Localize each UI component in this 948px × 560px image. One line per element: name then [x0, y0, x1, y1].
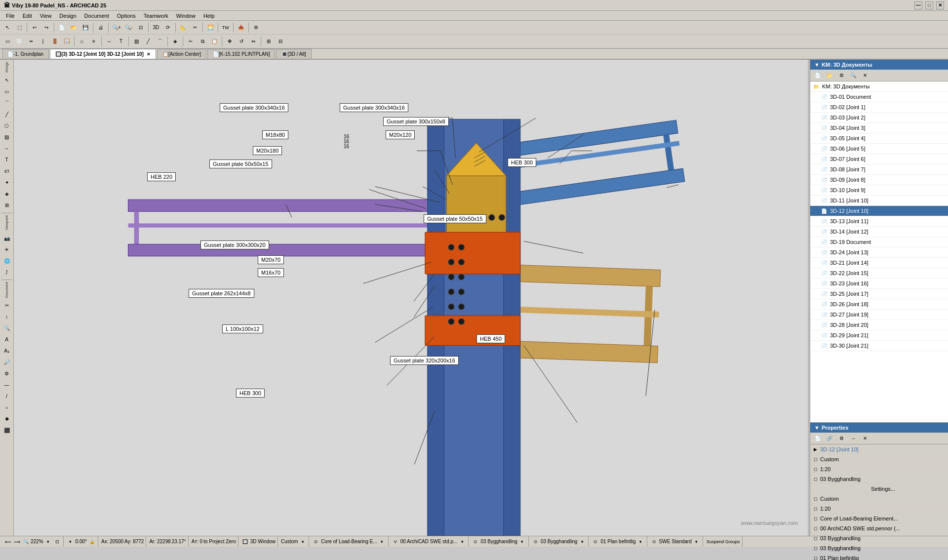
tree-item-doc26[interactable]: 📄3D-26 [Joint 18]: [810, 299, 948, 310]
tree-item-doc06[interactable]: 📄3D-06 [Joint 5]: [810, 144, 948, 154]
lt-arc-tool[interactable]: ⌒: [1, 98, 12, 109]
tb2-win-btn[interactable]: 🪟: [61, 36, 72, 47]
lt-rect-tool[interactable]: ▭: [1, 86, 12, 97]
tb2-cut-btn[interactable]: ✁: [185, 36, 196, 47]
tb2-roof-btn[interactable]: ⌂: [77, 36, 87, 47]
suspend-groups-btn[interactable]: Suspend Groups: [706, 538, 741, 546]
panel-close-btn[interactable]: ✕: [860, 70, 870, 81]
lt-wf-tool[interactable]: A: [1, 334, 12, 345]
tree-item-doc12[interactable]: 📄3D-12 [Joint 10]: [810, 206, 948, 216]
tree-item-doc29[interactable]: 📄3D-29 [Joint 21]: [810, 330, 948, 341]
nav-forward-btn[interactable]: ⟶: [13, 538, 21, 546]
props-close-btn[interactable]: ✕: [860, 433, 870, 444]
tree-item-doc23[interactable]: 📄3D-23 [Joint 16]: [810, 279, 948, 289]
tb2-fill-btn[interactable]: ▨: [131, 36, 142, 47]
lt-gear-tool[interactable]: ⚙: [1, 368, 12, 379]
tb-select-btn[interactable]: ⬚: [14, 22, 25, 33]
lt-sun-tool[interactable]: ☀: [1, 244, 12, 255]
lt-sym-tool[interactable]: ✦: [1, 177, 12, 188]
tree-item-doc25[interactable]: 📄3D-25 [Joint 17]: [810, 289, 948, 299]
lt-dim-tool[interactable]: ↔: [1, 143, 12, 154]
tb-new-btn[interactable]: 📄: [56, 22, 67, 33]
menu-item-view[interactable]: View: [36, 12, 56, 20]
lt-elevation-tool[interactable]: ↕: [1, 312, 12, 322]
tb-print-btn[interactable]: 🖨: [95, 22, 106, 33]
tb-publish-btn[interactable]: 📤: [236, 22, 246, 33]
tab-action-center[interactable]: 📋 [Action Center]: [157, 49, 206, 59]
plan-bef-icon[interactable]: ⊙: [592, 538, 599, 546]
minimize-button[interactable]: —: [914, 1, 922, 9]
props-link-btn[interactable]: 🔗: [824, 433, 835, 444]
tb2-paste-btn[interactable]: 📋: [209, 36, 220, 47]
tb-settings-btn[interactable]: ⚙: [251, 22, 262, 33]
panel-settings-btn[interactable]: ⚙: [836, 70, 847, 81]
tb2-copy-btn[interactable]: ⧉: [197, 36, 208, 47]
menu-item-options[interactable]: Options: [113, 12, 140, 20]
panel-folder-btn[interactable]: 📁: [824, 70, 835, 81]
tree-item-doc08[interactable]: 📄3D-08 [Joint 7]: [810, 164, 948, 175]
canvas-area[interactable]: Gusset plate 300x340x16 Gusset plate 300…: [14, 60, 808, 536]
lt-arrow-tool[interactable]: ↖: [1, 75, 12, 86]
zoom-menu-btn[interactable]: ▾: [44, 538, 52, 546]
lt-globe-tool[interactable]: 🌐: [1, 255, 12, 266]
lt-label-tool[interactable]: 🏷: [1, 166, 12, 177]
tb2-stair-btn[interactable]: ≡: [88, 36, 99, 47]
menu-item-teamwork[interactable]: Teamwork: [140, 12, 172, 20]
zoom-fit-btn[interactable]: ⊡: [53, 538, 61, 546]
lt-slash-tool[interactable]: /: [1, 391, 12, 402]
swe-std-menu[interactable]: ▾: [693, 538, 701, 546]
tree-item-doc30[interactable]: 📄3D-30 [Joint 21]: [810, 341, 948, 351]
lt-poly-tool[interactable]: ⬡: [1, 120, 12, 131]
lt-path-tool[interactable]: ⤴: [1, 267, 12, 278]
tab-grundplan[interactable]: 📄 -1. Grundplan: [2, 49, 49, 59]
tree-item-doc05[interactable]: 📄3D-05 [Joint 4]: [810, 133, 948, 144]
lt-dash-tool[interactable]: —: [1, 380, 12, 391]
tb-open-btn[interactable]: 📂: [68, 22, 79, 33]
tree-item-doc14[interactable]: 📄3D-14 [Joint 12]: [810, 227, 948, 237]
core-lb-icon[interactable]: ⊙: [312, 538, 320, 546]
tb-teamwork-btn[interactable]: TW: [220, 22, 231, 33]
lt-circle-tool[interactable]: ○: [1, 402, 12, 413]
tb-zoom-fit-btn[interactable]: ⊡: [135, 22, 146, 33]
window-type-icon[interactable]: 🔲: [241, 538, 249, 546]
tb-zoom-in-btn[interactable]: 🔍+: [111, 22, 122, 33]
tree-item-doc22[interactable]: 📄3D-22 [Joint 15]: [810, 268, 948, 279]
tb2-obj-btn[interactable]: ◈: [170, 36, 181, 47]
tree-item-doc11[interactable]: 📄3D-11 [Joint 10]: [810, 196, 948, 206]
tb2-ungroup-btn[interactable]: ⊟: [275, 36, 286, 47]
tree-item-doc09[interactable]: 📄3D-09 [Joint 8]: [810, 175, 948, 185]
angle-menu-btn[interactable]: ▾: [67, 538, 75, 546]
tb2-wall-btn[interactable]: ▭: [2, 36, 13, 47]
tab-3d-all[interactable]: 🔳 [3D / All]: [276, 49, 311, 59]
tab-plintplan[interactable]: 📄 [K-15.102 PLINTPLAN]: [207, 49, 275, 59]
tree-item-doc27[interactable]: 📄3D-27 [Joint 19]: [810, 310, 948, 320]
lt-section-tool[interactable]: ✂: [1, 300, 12, 311]
tb2-arc-btn[interactable]: ⌒: [155, 36, 165, 47]
panel-new-btn[interactable]: 📄: [812, 70, 823, 81]
tb-section-btn[interactable]: ✂: [190, 22, 200, 33]
tree-item-doc03[interactable]: 📄3D-03 [Joint 2]: [810, 113, 948, 123]
swe-std-icon[interactable]: ⊙: [650, 538, 658, 546]
tb-3d-btn[interactable]: 3D: [151, 22, 161, 33]
right-panel-tree[interactable]: 📁KM: 3D Документы📄3D-01 Document📄3D-02 […: [810, 81, 948, 422]
tree-item-doc24[interactable]: 📄3D-24 [Joint 13]: [810, 247, 948, 258]
menu-item-edit[interactable]: Edit: [19, 12, 36, 20]
tree-item-doc13[interactable]: 📄3D-13 [Joint 11]: [810, 216, 948, 227]
bygg2-menu[interactable]: ▾: [578, 538, 586, 546]
bygg-menu[interactable]: ▾: [518, 538, 526, 546]
nav-back-btn[interactable]: ⟵: [4, 538, 12, 546]
menu-item-window[interactable]: Window: [172, 12, 199, 20]
lt-camera-tool[interactable]: 📷: [1, 233, 12, 243]
props-gear-btn[interactable]: ⚙: [836, 433, 847, 444]
custom-menu-btn[interactable]: ▾: [299, 538, 307, 546]
lt-line-tool[interactable]: ╱: [1, 109, 12, 120]
tb2-text-btn[interactable]: T: [116, 36, 126, 47]
tree-item-doc28[interactable]: 📄3D-28 [Joint 20]: [810, 320, 948, 330]
tree-item-doc01[interactable]: 📄3D-01 Document: [810, 92, 948, 102]
bygg2-icon[interactable]: ⊙: [532, 538, 540, 546]
archicad-std-menu[interactable]: ▾: [458, 538, 466, 546]
tb2-line-btn[interactable]: ╱: [143, 36, 154, 47]
tab-close-button[interactable]: ✕: [147, 52, 151, 57]
settings-btn[interactable]: Settings...: [818, 486, 946, 492]
lt-box-tool[interactable]: ⬛: [1, 425, 12, 436]
